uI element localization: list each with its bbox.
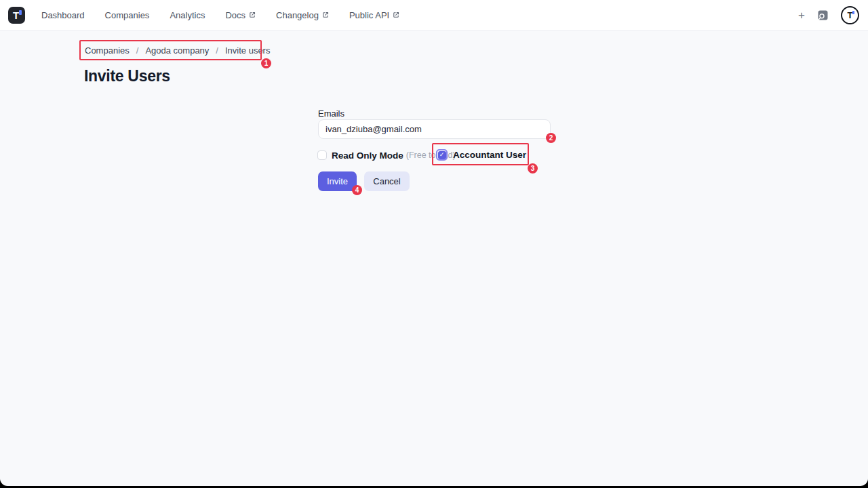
avatar-logo-letter: T bbox=[848, 11, 853, 20]
logo-accent-mark bbox=[19, 10, 22, 15]
external-link-icon bbox=[322, 12, 329, 18]
accountant-label: Accountant User bbox=[453, 150, 526, 160]
nav-item-label: Analytics bbox=[170, 10, 205, 20]
app-window: T Dashboard Companies Analytics Docs Cha… bbox=[0, 0, 868, 486]
top-navigation-bar: T Dashboard Companies Analytics Docs Cha… bbox=[0, 0, 868, 30]
cancel-button[interactable]: Cancel bbox=[364, 171, 410, 191]
logo-letter: T bbox=[13, 10, 19, 20]
page-title: Invite Users bbox=[84, 67, 170, 85]
nav-item-changelog[interactable]: Changelog bbox=[276, 10, 329, 20]
read-only-checkbox[interactable] bbox=[317, 150, 327, 160]
accountant-checkbox[interactable]: ✓ bbox=[436, 149, 448, 161]
nav-item-label: Public API bbox=[349, 10, 389, 20]
nav-right-actions: + T bbox=[798, 6, 868, 24]
breadcrumb-companies[interactable]: Companies bbox=[85, 45, 130, 56]
nav-item-companies[interactable]: Companies bbox=[105, 10, 150, 20]
add-button[interactable]: + bbox=[798, 9, 805, 21]
user-avatar[interactable]: T bbox=[841, 6, 859, 24]
emails-label: Emails bbox=[318, 108, 344, 119]
breadcrumb-agoda-company[interactable]: Agoda company bbox=[145, 45, 209, 56]
breadcrumb: Companies / Agoda company / Invite users bbox=[85, 45, 270, 56]
breadcrumb-separator: / bbox=[216, 45, 218, 56]
avatar-accent-mark bbox=[852, 11, 854, 14]
checkbox-checked-mark: ✓ bbox=[438, 151, 446, 159]
emails-input[interactable] bbox=[318, 119, 551, 139]
nav-item-public-api[interactable]: Public API bbox=[349, 10, 399, 20]
breadcrumb-separator: / bbox=[136, 45, 139, 56]
nav-item-label: Dashboard bbox=[41, 10, 85, 20]
nav-item-label: Companies bbox=[105, 10, 150, 20]
annotation-badge-1: 1 bbox=[261, 58, 271, 68]
nav-item-analytics[interactable]: Analytics bbox=[170, 10, 205, 20]
invite-button[interactable]: Invite bbox=[318, 171, 357, 191]
annotation-badge-3: 3 bbox=[528, 163, 538, 174]
app-logo[interactable]: T bbox=[8, 7, 25, 24]
checkmark-icon: ✓ bbox=[439, 152, 445, 158]
nav-item-docs[interactable]: Docs bbox=[225, 10, 256, 20]
page-search-icon[interactable] bbox=[816, 9, 829, 22]
nav-item-dashboard[interactable]: Dashboard bbox=[41, 10, 85, 20]
nav-item-label: Changelog bbox=[276, 10, 319, 20]
external-link-icon bbox=[249, 12, 256, 18]
read-only-label: Read Only Mode bbox=[332, 150, 403, 161]
accountant-user-row: ✓ Accountant User bbox=[436, 149, 529, 161]
nav-links: Dashboard Companies Analytics Docs Chang… bbox=[41, 10, 399, 20]
read-only-mode-row: Read Only Mode (Free to Add) bbox=[317, 149, 456, 161]
breadcrumb-invite-users[interactable]: Invite users bbox=[225, 45, 270, 56]
external-link-icon bbox=[393, 12, 399, 18]
nav-item-label: Docs bbox=[225, 10, 245, 20]
